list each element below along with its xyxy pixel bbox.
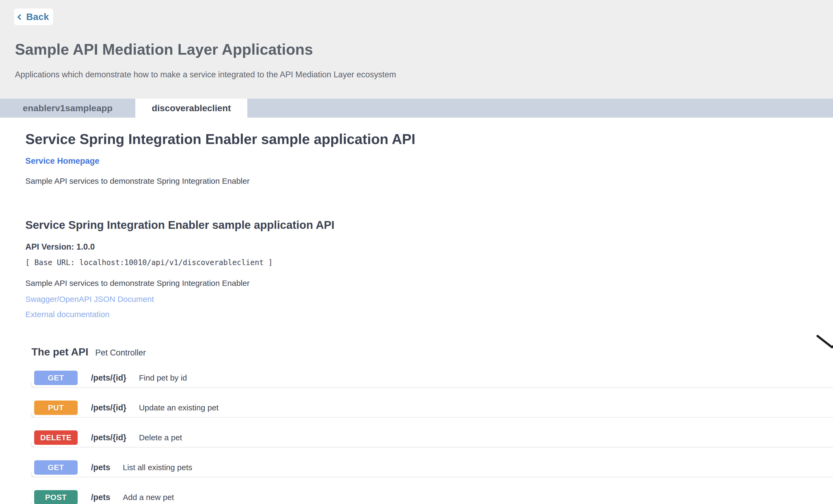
pet-api-section: The pet API Pet Controller GET /pets/{id… <box>25 346 833 504</box>
operation-row-list-pets[interactable]: GET /pets List all existing pets <box>31 460 833 477</box>
tab-discoverableclient[interactable]: discoverableclient <box>135 99 247 118</box>
pet-api-title: The pet API <box>31 346 88 358</box>
back-button-label: Back <box>26 11 49 22</box>
service-title: Service Spring Integration Enabler sampl… <box>25 131 833 147</box>
method-badge-get: GET <box>34 460 78 475</box>
api-version: API Version: 1.0.0 <box>25 242 833 252</box>
pet-api-header[interactable]: The pet API Pet Controller <box>31 346 833 358</box>
swagger-json-link[interactable]: Swagger/OpenAPI JSON Document <box>25 295 833 304</box>
operation-row-update-pet[interactable]: PUT /pets/{id} Update an existing pet <box>31 401 833 418</box>
api-doc-title: Service Spring Integration Enabler sampl… <box>25 219 833 231</box>
operation-summary: Add a new pet <box>123 493 174 502</box>
tab-enablerv1sampleapp[interactable]: enablerv1sampleapp <box>0 99 135 118</box>
operation-path: /pets/{id} <box>91 403 126 412</box>
method-badge-put: PUT <box>34 401 78 415</box>
chevron-down-icon[interactable] <box>816 333 833 349</box>
external-doc-link[interactable]: External documentation <box>25 310 833 319</box>
tab-bar: enablerv1sampleapp discoverableclient <box>0 99 833 118</box>
api-description: Sample API services to demonstrate Sprin… <box>25 279 833 288</box>
operation-summary: Find pet by id <box>139 373 187 382</box>
service-description: Sample API services to demonstrate Sprin… <box>25 177 833 185</box>
chevron-left-icon <box>17 14 23 20</box>
operation-path: /pets <box>91 463 110 472</box>
back-button[interactable]: Back <box>14 8 53 25</box>
page: Back Sample API Mediation Layer Applicat… <box>0 0 833 504</box>
operation-path: /pets/{id} <box>91 373 126 383</box>
method-badge-delete: DELETE <box>34 430 78 445</box>
pet-api-subtitle: Pet Controller <box>95 348 146 358</box>
main-content: Service Spring Integration Enabler sampl… <box>0 131 833 504</box>
operation-list: GET /pets/{id} Find pet by id PUT /pets/… <box>31 371 833 504</box>
operation-row-add-pet[interactable]: POST /pets Add a new pet <box>31 490 833 504</box>
hero-header: Back Sample API Mediation Layer Applicat… <box>0 0 833 99</box>
operation-summary: Delete a pet <box>139 433 182 442</box>
operation-path: /pets <box>91 493 110 502</box>
service-homepage-link[interactable]: Service Homepage <box>25 156 99 166</box>
operation-row-get-pet-by-id[interactable]: GET /pets/{id} Find pet by id <box>31 371 833 388</box>
page-subtitle: Applications which demonstrate how to ma… <box>15 70 396 79</box>
operation-summary: List all existing pets <box>123 463 192 472</box>
method-badge-get: GET <box>34 371 78 385</box>
operation-path: /pets/{id} <box>91 433 126 443</box>
operation-row-delete-pet[interactable]: DELETE /pets/{id} Delete a pet <box>31 430 833 448</box>
base-url: [ Base URL: localhost:10010/api/v1/disco… <box>25 258 833 267</box>
page-title: Sample API Mediation Layer Applications <box>15 41 313 58</box>
method-badge-post: POST <box>34 490 78 504</box>
operation-summary: Update an existing pet <box>139 403 219 412</box>
